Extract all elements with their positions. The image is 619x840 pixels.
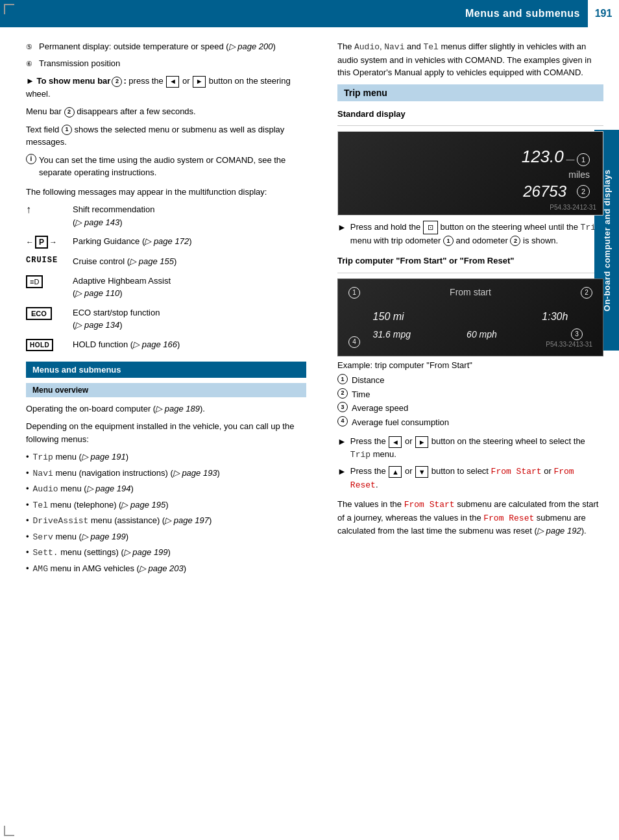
trip-menu-header: Trip menu: [337, 84, 603, 101]
right-column: The Audio, Navi and Tel menus differ sli…: [324, 27, 619, 840]
item-number-5: ⑤: [26, 40, 39, 53]
press-hold-text: Press and hold the ⊡ button on the steer…: [350, 221, 603, 247]
fs-val1: 150 mi: [373, 311, 404, 323]
menu-item-sett: Sett. menu (settings) (▷ page 199): [26, 546, 306, 560]
show-menu-bar-text: ► To show menu bar2: press the ◄ or ► bu…: [26, 75, 306, 100]
depending-text: Depending on the equipment installed in …: [26, 420, 306, 445]
cruise-desc: Cruise control (▷ page 155): [73, 255, 306, 268]
symbol-row-parking: ←P→ Parking Guidance (▷ page 172): [26, 235, 306, 249]
fs-val2: 1:30h: [542, 311, 568, 323]
standard-display-screenshot: 123.0 — 1 miles 26753 2 P54.33-2412-31: [337, 131, 603, 216]
screen-label-1: —: [566, 154, 577, 164]
left-column: ⑤ Permanent display: outside temperature…: [0, 27, 324, 840]
trip-computer-header: Trip computer "From Start" or "From Rese…: [337, 254, 603, 267]
intro-text: The Audio, Navi and Tel menus differ sli…: [337, 40, 603, 79]
fs-caption: P54.33-2413-31: [546, 341, 592, 348]
num-3: 3: [337, 402, 348, 412]
values-explanation: The values in the From Start submenu are…: [337, 498, 603, 537]
hold-icon: HOLD: [26, 339, 53, 351]
info-note-text: You can set the time using the audio sys…: [39, 154, 306, 179]
divider-1: [337, 125, 603, 126]
left-arrow-icon-2: ◄: [389, 436, 402, 448]
up-arrow-icon: ▲: [389, 466, 402, 478]
highbeam-icon-cell: ≡D: [26, 275, 73, 288]
num-2: 2: [337, 388, 348, 399]
item-6-text: Transmission position: [39, 57, 120, 70]
page-header: Menus and submenus 191: [0, 0, 619, 27]
fs-badge-1: 1: [348, 287, 360, 299]
divider-2: [337, 273, 603, 273]
list-item-5: ⑤ Permanent display: outside temperature…: [26, 40, 306, 53]
screen-value-1: 123.0: [522, 147, 564, 166]
cruise-icon: CRUISE: [26, 256, 58, 265]
screen-badge-2: 2: [577, 185, 590, 198]
screen-label-miles: miles: [568, 169, 590, 180]
item-distance: Distance: [352, 374, 385, 387]
menu-item-navi: Navi menu (navigation instructions) (▷ p…: [26, 467, 306, 480]
num-1: 1: [337, 374, 348, 384]
numbered-item-3: 3 Average speed: [337, 402, 603, 415]
press-updown-text: Press the ▲ or ▼ button to select From S…: [350, 465, 603, 491]
info-note: i You can set the time using the audio s…: [26, 154, 306, 179]
fs-val3: 31.6 mpg: [373, 329, 411, 340]
page-title: Menus and submenus: [465, 8, 580, 19]
symbol-row-eco: ECO ECO start/stop function(▷ page 134): [26, 306, 306, 332]
following-messages-text: The following messages may appear in the…: [26, 186, 306, 199]
fs-badge-3: 3: [571, 328, 583, 340]
eco-desc: ECO start/stop function(▷ page 134): [73, 306, 306, 332]
item-avg-fuel: Average fuel consumption: [352, 416, 449, 429]
hold-icon-cell: HOLD: [26, 338, 73, 351]
highbeam-icon: ≡D: [26, 275, 43, 288]
fs-badge-4: 4: [348, 336, 360, 348]
screen-caption-1: P54.33-2412-31: [550, 204, 596, 211]
page-number: 191: [588, 0, 619, 27]
press-arrows-text: Press the ◄ or ► button on the steering …: [350, 435, 603, 461]
list-item-6: ⑥ Transmission position: [26, 57, 306, 70]
info-icon: i: [26, 154, 36, 164]
standard-display-header: Standard display: [337, 108, 603, 121]
fs-val4: 60 mph: [467, 329, 497, 340]
menu-item-audio: Audio menu (▷ page 194): [26, 482, 306, 496]
item-avg-speed: Average speed: [352, 402, 408, 415]
menu-item-driveassist: DriveAssist menu (assistance) (▷ page 19…: [26, 514, 306, 528]
menu-bar-disappears-text: Menu bar 2 disappears after a few second…: [26, 105, 306, 118]
fs-badge-2: 2: [581, 287, 592, 299]
press-arrows-instruction: ► Press the ◄ or ► button on the steerin…: [337, 435, 603, 461]
hold-desc: HOLD function (▷ page 166): [73, 338, 306, 351]
num-4: 4: [337, 416, 348, 426]
menus-submenus-header: Menus and submenus: [26, 362, 306, 378]
symbol-row-highbeam: ≡D Adaptive Highbeam Assist(▷ page 110): [26, 275, 306, 300]
menu-item-amg-text: AMG menu in AMG vehicles (▷ page 203): [33, 562, 186, 576]
press-updown-instruction: ► Press the ▲ or ▼ button to select From…: [337, 465, 603, 491]
menu-item-tel-text: Tel menu (telephone) (▷ page 195): [33, 499, 169, 512]
menu-item-driveassist-text: DriveAssist menu (assistance) (▷ page 19…: [33, 514, 212, 528]
menu-item-sett-text: Sett. menu (settings) (▷ page 199): [33, 546, 171, 560]
parking-icon: ←P→: [26, 236, 57, 249]
symbol-row-cruise: CRUISE Cruise control (▷ page 155): [26, 255, 306, 268]
corner-mark-tl: [4, 4, 14, 14]
press-hold-instruction: ► Press and hold the ⊡ button on the ste…: [337, 221, 603, 247]
menu-overview-header: Menu overview: [26, 383, 306, 397]
example-text: Example: trip computer "From Start": [337, 359, 603, 372]
shift-up-icon: ↑: [26, 204, 31, 216]
eco-icon-cell: ECO: [26, 306, 73, 320]
menu-item-trip-text: Trip menu (▷ page 191): [33, 451, 128, 464]
down-arrow-icon: ▼: [415, 466, 428, 478]
arrow-bullet-2: ►: [337, 435, 346, 449]
left-arrow-button-icon: ◄: [166, 76, 179, 88]
item-5-text: Permanent display: outside temperature o…: [39, 40, 276, 53]
corner-mark-bl: [4, 826, 14, 836]
eco-icon: ECO: [26, 307, 52, 320]
text-field-note: Text field 1 shows the selected menu or …: [26, 123, 306, 149]
menu-list: Trip menu (▷ page 191) Navi menu (naviga…: [26, 451, 306, 575]
numbered-item-2: 2 Time: [337, 388, 603, 401]
shift-desc: Shift recommendation(▷ page 143): [73, 203, 306, 229]
fs-title: From start: [450, 287, 491, 297]
menu-item-serv: Serv menu (▷ page 199): [26, 530, 306, 544]
right-arrow-icon-2: ►: [415, 436, 428, 448]
screen-badge-1: 1: [577, 153, 590, 166]
main-layout: ⑤ Permanent display: outside temperature…: [0, 27, 619, 840]
from-start-screenshot: 1 From start 2 150 mi 1:30h 31.6 mpg 60 …: [337, 278, 603, 356]
menu-item-serv-text: Serv menu (▷ page 199): [33, 530, 128, 544]
symbol-row-hold: HOLD HOLD function (▷ page 166): [26, 338, 306, 351]
